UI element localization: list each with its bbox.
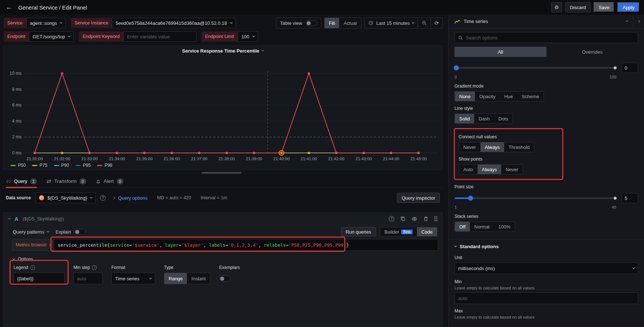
unit-select[interactable]: milliseconds (ms) (455, 262, 638, 274)
slider-handle[interactable] (454, 65, 459, 70)
gradient-none-option[interactable]: None (455, 92, 475, 101)
tab-all[interactable]: All (455, 47, 547, 57)
tab-query[interactable]: Query 1 (6, 175, 37, 188)
metrics-browser-button[interactable]: Metrics browser (12, 239, 54, 251)
legend-input[interactable] (14, 273, 65, 284)
data-point-P75[interactable] (61, 152, 63, 154)
code-mode-button[interactable]: Code (417, 227, 437, 236)
gradient-hue-option[interactable]: Hue (500, 92, 517, 101)
actual-option[interactable]: Actual (339, 18, 361, 28)
save-button[interactable]: Save (594, 2, 615, 12)
stack-off-option[interactable]: Off (455, 222, 470, 231)
legend-item-P99[interactable]: P99 (97, 163, 112, 168)
slider-handle[interactable] (468, 196, 473, 201)
drag-query-handle-icon[interactable] (434, 216, 437, 221)
standard-options-header[interactable]: Standard options (455, 244, 638, 249)
builder-mode-button[interactable]: Builder Beta (380, 227, 417, 236)
visualization-picker[interactable]: Time series (455, 19, 633, 24)
service-instance-select[interactable]: 5eed0e5758a244aca6e7699415d360aa@10.52.0… (112, 18, 236, 28)
time-range-picker[interactable]: Last 15 minutes (364, 18, 418, 28)
type-instant-option[interactable]: Instant (187, 273, 210, 284)
fill-option[interactable]: Fill (325, 18, 340, 28)
gradient-opacity-option[interactable]: Opacity (475, 92, 500, 101)
apply-button[interactable]: Apply (617, 2, 640, 12)
collapse-options-pane-button[interactable] (633, 15, 644, 28)
tab-overrides[interactable]: Overrides (547, 47, 639, 57)
type-range-option[interactable]: Range (164, 273, 187, 284)
line-style-solid-option[interactable]: Solid (455, 114, 474, 123)
opacity-slider[interactable] (455, 67, 616, 69)
data-point-P99[interactable] (417, 152, 419, 154)
legend-item-P75[interactable]: P75 (32, 163, 47, 168)
panel-resize-handle[interactable] (202, 172, 242, 174)
options-search[interactable] (455, 32, 638, 43)
data-point-P99[interactable] (198, 152, 200, 154)
connect-null-threshold-option[interactable]: Threshold (504, 142, 534, 152)
back-arrow-icon[interactable]: ← (4, 3, 14, 11)
query-options-section-toggle[interactable]: Options (13, 257, 437, 262)
show-points-always-option[interactable]: Always (478, 165, 501, 174)
data-point-P99[interactable] (253, 152, 255, 154)
data-point-P99[interactable] (335, 152, 337, 154)
connect-null-always-option[interactable]: Always (480, 142, 504, 152)
stack-100-option[interactable]: 100% (494, 222, 515, 231)
service-variable-select[interactable]: agent::songs (26, 18, 66, 28)
show-points-never-option[interactable]: Never (501, 165, 523, 174)
line-style-dash-option[interactable]: Dash (474, 114, 494, 123)
panel-settings-button[interactable]: ⚙ (551, 2, 562, 12)
duplicate-query-icon[interactable] (400, 216, 406, 222)
query-inspector-button[interactable]: Query inspector (397, 193, 440, 203)
legend-item-P50[interactable]: P50 (11, 163, 26, 168)
zoom-out-button[interactable] (418, 18, 431, 28)
data-point-P99[interactable] (226, 152, 228, 154)
connect-null-never-option[interactable]: Never (459, 142, 480, 152)
refresh-button[interactable]: ⟳ (430, 18, 443, 28)
delete-query-trash-icon[interactable] (423, 216, 429, 222)
endpoint-variable-select[interactable]: GET:/songs/top (29, 31, 74, 42)
data-point-P99[interactable] (143, 152, 145, 154)
data-point-P99[interactable] (171, 152, 173, 154)
query-options-toggle[interactable]: Query options (113, 195, 147, 201)
datasource-picker[interactable]: ${DS_SkyWalking} (35, 192, 96, 203)
data-point-P99[interactable] (363, 152, 365, 154)
data-point-P99[interactable] (116, 152, 118, 154)
data-point-P75[interactable] (308, 152, 310, 154)
format-select[interactable]: Time series (111, 273, 155, 284)
data-point-P99[interactable] (390, 152, 392, 154)
min-input[interactable] (455, 292, 638, 304)
point-size-value[interactable]: 5 (621, 193, 638, 203)
show-points-auto-option[interactable]: Auto (459, 165, 478, 174)
panel-header[interactable]: Service Response Time Percentile (3, 46, 442, 56)
explain-toggle[interactable] (74, 229, 86, 235)
gradient-scheme-option[interactable]: Scheme (517, 92, 544, 101)
point-size-slider[interactable] (455, 197, 616, 199)
run-queries-button[interactable]: Run queries (341, 227, 376, 236)
tab-transform[interactable]: Transform 0 (46, 175, 86, 188)
query-help-icon[interactable]: ? (389, 216, 394, 222)
exemplars-toggle[interactable] (219, 276, 231, 281)
hide-query-eye-icon[interactable] (411, 216, 417, 222)
discard-button[interactable]: Discard (565, 2, 591, 12)
tab-alert[interactable]: Alert 0 (96, 175, 123, 188)
opacity-slider-value[interactable]: 0 (621, 63, 638, 73)
data-point-P99[interactable] (88, 152, 91, 154)
table-view-toggle[interactable] (306, 20, 317, 26)
legend-item-P90[interactable]: P90 (54, 163, 69, 168)
datasource-help-icon[interactable]: ? (100, 195, 106, 201)
query-patterns-button[interactable]: Query patterns (13, 229, 49, 235)
timeseries-chart[interactable]: 0 ms2 ms4 ms6 ms8 ms10 ms21:31:0021:32:0… (3, 56, 442, 162)
min-step-input[interactable] (73, 273, 103, 284)
endpoint-limit-select[interactable]: 100 (238, 31, 258, 42)
stack-normal-option[interactable]: Normal (470, 222, 494, 231)
data-point-P99[interactable] (308, 72, 310, 74)
data-point-P99[interactable] (34, 152, 36, 154)
data-point-P99[interactable] (61, 72, 63, 74)
options-search-input[interactable] (466, 35, 635, 41)
collapse-query-icon[interactable] (8, 217, 11, 219)
query-expression[interactable]: service_percentile{service='$service', l… (54, 239, 438, 251)
query-row-header[interactable]: A (${DS_SkyWalking}) ? (3, 213, 442, 225)
highlighted-point[interactable] (280, 152, 283, 154)
legend-item-P95[interactable]: P95 (76, 163, 91, 168)
endpoint-keyword-input[interactable] (123, 31, 196, 42)
line-style-dots-option[interactable]: Dots (494, 114, 513, 123)
